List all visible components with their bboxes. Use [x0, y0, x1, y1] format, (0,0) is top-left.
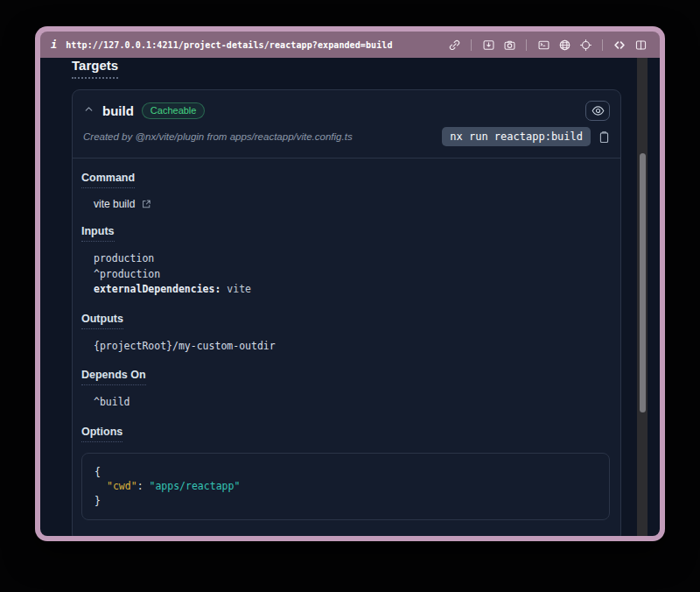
scrollbar-thumb[interactable]: [640, 153, 646, 412]
input-item: production: [94, 251, 610, 267]
toolbar-divider: [471, 39, 472, 51]
build-card-body: Command vite build Inputs: [73, 159, 620, 536]
target-card-build: build Cacheable Created by @nx/vite/plug…: [72, 89, 621, 536]
toolbar-divider: [526, 39, 527, 51]
crosshair-button[interactable]: [577, 36, 594, 53]
options-code-block: { "cwd": "apps/reactapp" }: [81, 453, 610, 521]
inputs-heading: Inputs: [81, 225, 115, 242]
run-command-chip: nx run reactapp:build: [442, 127, 591, 146]
code-line: }: [94, 494, 597, 509]
json-value: "apps/reactapp": [149, 480, 240, 492]
browser-toolbar: i http://127.0.0.1:4211/project-details/…: [40, 32, 660, 58]
cacheable-badge: Cacheable: [142, 102, 206, 119]
depends-on-item: ^build: [94, 395, 610, 411]
info-icon: i: [51, 39, 57, 51]
page-title: Targets: [72, 58, 118, 79]
json-separator: :: [137, 480, 150, 492]
json-key: "cwd": [107, 480, 137, 492]
split-view-icon: [634, 39, 648, 52]
toolbar-divider: [602, 39, 603, 51]
depends-on-heading: Depends On: [81, 369, 146, 385]
camera-button[interactable]: [500, 36, 518, 53]
link-button[interactable]: [445, 36, 463, 53]
globe-button[interactable]: [556, 36, 573, 53]
view-target-button[interactable]: [585, 101, 610, 121]
crosshair-icon: [579, 39, 592, 52]
open-command-button[interactable]: [141, 199, 151, 209]
split-view-button[interactable]: [632, 36, 649, 53]
input-value: vite: [220, 283, 251, 295]
created-by-text: Created by @nx/vite/plugin from apps/rea…: [83, 131, 353, 142]
chevron-up-icon[interactable]: [83, 102, 94, 118]
command-heading: Command: [81, 172, 135, 188]
address-url[interactable]: http://127.0.0.1:4211/project-details/re…: [66, 40, 392, 50]
eye-icon: [592, 105, 605, 116]
camera-icon: [503, 39, 516, 52]
code-icon: [612, 39, 626, 52]
download-button[interactable]: [480, 36, 497, 53]
terminal-button[interactable]: [535, 36, 552, 53]
download-icon: [482, 39, 495, 52]
target-name: build: [102, 103, 134, 118]
terminal-icon: [537, 39, 550, 52]
browser-window: i http://127.0.0.1:4211/project-details/…: [35, 26, 665, 541]
output-item: {projectRoot}/my-custom-outdir: [94, 339, 610, 355]
code-line: "cwd": "apps/reactapp": [107, 479, 597, 494]
globe-icon: [558, 39, 571, 52]
scrollbar-track[interactable]: [637, 58, 648, 536]
code-button[interactable]: [611, 36, 628, 53]
copy-command-button[interactable]: [598, 130, 610, 144]
options-heading: Options: [81, 426, 122, 442]
input-item: ^production: [94, 267, 610, 283]
input-key: externalDependencies:: [94, 283, 220, 295]
build-header-row[interactable]: build Cacheable: [83, 100, 610, 121]
copy-icon: [598, 130, 610, 144]
outputs-heading: Outputs: [81, 313, 123, 329]
external-link-icon: [141, 199, 151, 209]
link-icon: [448, 39, 461, 52]
code-line: {: [94, 465, 597, 480]
command-value: vite build: [94, 198, 135, 210]
input-item: externalDependencies: vite: [94, 282, 610, 298]
page-content: Targets build Cacheable: [40, 58, 660, 536]
build-card-header: build Cacheable Created by @nx/vite/plug…: [73, 90, 620, 159]
